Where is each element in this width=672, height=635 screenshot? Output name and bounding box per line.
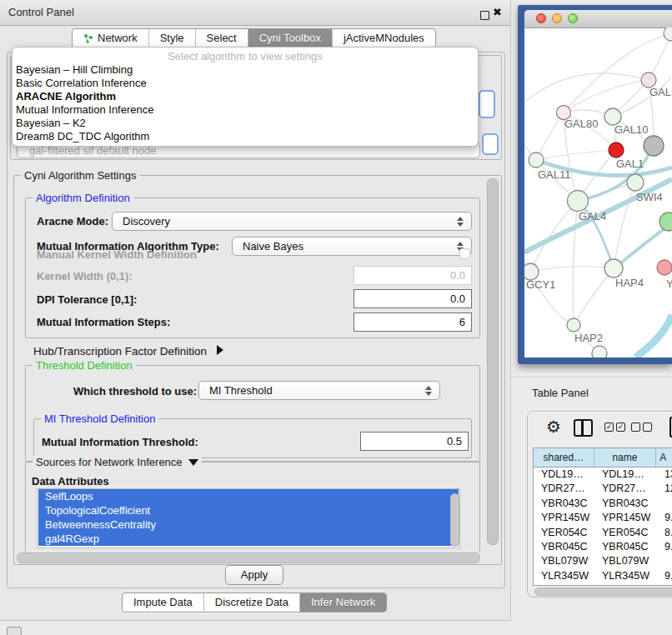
node-gal4[interactable] (568, 191, 589, 212)
node-label: GCY1 (526, 278, 555, 291)
table-cell[interactable]: 9. (657, 511, 672, 525)
which-threshold-combo[interactable]: MI Threshold (198, 381, 440, 400)
table-cell[interactable]: 12 (657, 482, 672, 496)
table-row[interactable]: YIL052CYIL052C9. (534, 583, 672, 586)
column-header-clipped[interactable]: A (656, 448, 672, 467)
table-cell[interactable]: YPR145W (534, 511, 594, 525)
table-cell[interactable]: YIL052C (594, 583, 657, 586)
node-swi4[interactable] (627, 174, 644, 191)
table-row[interactable]: YPR145WYPR145W9. (534, 511, 672, 525)
table-horizontal-scrollbar[interactable] (534, 588, 672, 596)
manual-kernel-checkbox[interactable] (459, 248, 470, 259)
mi-steps-input[interactable]: 6 (354, 312, 472, 332)
table-cell[interactable]: YDR27… (534, 482, 594, 496)
deselect-all-columns-icon[interactable] (631, 422, 652, 432)
attribute-item-selected[interactable]: SelfLoops (38, 489, 459, 503)
algorithm-option[interactable]: ARACNE Algorithm (15, 90, 475, 103)
table-cell[interactable]: YDR27… (594, 482, 657, 496)
attribute-item-selected[interactable]: gal4RGexp (38, 532, 459, 546)
table-cell[interactable]: YER054C (594, 526, 657, 540)
table-cell[interactable]: YLR345W (534, 569, 594, 583)
table-cell[interactable]: YLR345W (594, 569, 657, 583)
algorithm-option[interactable]: Bayesian – K2 (15, 117, 475, 130)
tab-network[interactable]: Network (73, 29, 148, 48)
table-cell[interactable]: 9. (657, 540, 672, 554)
aracne-mode-combo[interactable]: Discovery (112, 212, 472, 231)
table-cell[interactable]: YBR045C (594, 540, 657, 554)
settings-horizontal-scrollbar[interactable] (17, 552, 480, 563)
table-cell[interactable]: 13 (657, 468, 672, 482)
algorithm-option[interactable]: Bayesian – Hill Climbing (15, 63, 475, 77)
tab-jactivemnodules[interactable]: jActiveMNodules (332, 29, 435, 48)
attribute-list-scrollbar[interactable] (450, 493, 459, 547)
data-attributes-list[interactable]: SelfLoopsTopologicalCoefficientBetweenne… (37, 488, 460, 548)
table-row[interactable]: YBR043CYBR043C (534, 497, 672, 511)
zoom-traffic-light-icon[interactable] (568, 13, 578, 23)
algorithm-option[interactable]: Mutual Information Inference (15, 103, 475, 117)
node-hap2[interactable] (567, 318, 580, 332)
mi-threshold-label: Mutual Information Threshold: (42, 436, 198, 448)
tab-select[interactable]: Select (195, 29, 248, 48)
mi-threshold-input[interactable]: 0.5 (360, 432, 469, 451)
table-cell[interactable]: YPR145W (594, 511, 657, 525)
table-cell[interactable]: YIL052C (534, 583, 594, 586)
node-green[interactable] (659, 212, 672, 231)
table-cell[interactable]: YBL079W (534, 554, 594, 568)
table-cell[interactable]: YBR043C (534, 497, 594, 511)
table-row[interactable]: YLR345WYLR345W9. (534, 569, 672, 583)
node[interactable] (664, 28, 672, 41)
tab-style[interactable]: Style (148, 29, 195, 48)
node-gal1-selected[interactable] (609, 142, 624, 158)
kernel-width-input[interactable]: 0.0 (354, 266, 472, 285)
collapse-arrow-icon[interactable] (188, 459, 198, 466)
algorithm-option[interactable]: Basic Correlation Inference (15, 77, 475, 90)
table-cell[interactable]: YBR043C (594, 497, 657, 511)
apply-button[interactable]: Apply (225, 565, 283, 585)
mi-type-combo[interactable]: Naive Bayes (232, 237, 472, 256)
attribute-item-selected[interactable]: TopologicalCoefficient (38, 503, 459, 518)
tab-infer-network[interactable]: Infer Network (299, 593, 386, 612)
hub-definition-expander[interactable]: Hub/Transcription Factor Definition (33, 345, 223, 358)
table-cell[interactable]: YDL19… (534, 468, 594, 482)
settings-vertical-scrollbar[interactable] (487, 178, 499, 545)
network-window-titlebar[interactable] (524, 10, 672, 28)
table-cell[interactable]: YER054C (534, 526, 594, 540)
table-cell[interactable]: 9. (657, 569, 672, 583)
attribute-item-selected[interactable]: BetweennessCentrality (38, 518, 459, 532)
table-row[interactable]: YER054CYER054C8. (534, 526, 672, 540)
network-view-window: GAL80 GAL10 GAL1 GAL11 SWI4 GAL4 GCY1 HA… (524, 10, 672, 358)
node-hap4[interactable] (604, 259, 623, 278)
column-header-name[interactable]: name (594, 448, 657, 467)
table-row[interactable]: YDL19…YDL19…13 (534, 468, 672, 482)
tab-impute-data[interactable]: Impute Data (123, 593, 203, 612)
network-canvas[interactable]: GAL80 GAL10 GAL1 GAL11 SWI4 GAL4 GCY1 HA… (524, 28, 672, 358)
split-columns-icon[interactable] (574, 419, 593, 437)
tab-discretize-data[interactable]: Discretize Data (203, 593, 299, 612)
table-cell[interactable] (657, 554, 672, 568)
node-gray[interactable] (644, 136, 664, 156)
column-header-shared-name[interactable]: shared… (534, 448, 594, 467)
node-gal10[interactable] (604, 108, 621, 125)
table-row[interactable]: YBL079WYBL079W (534, 554, 672, 568)
minimize-traffic-light-icon[interactable] (552, 13, 562, 23)
node-gcy1[interactable] (524, 263, 539, 280)
table-row[interactable]: YBR045CYBR045C9. (534, 540, 672, 554)
algorithm-option[interactable]: Dream8 DC_TDC Algorithm (15, 130, 475, 143)
node[interactable] (592, 346, 607, 358)
close-traffic-light-icon[interactable] (536, 13, 546, 23)
tab-cyni-toolbox[interactable]: Cyni Toolbox (248, 29, 332, 48)
table-cell[interactable]: YDL19… (594, 468, 657, 482)
node-gal11[interactable] (529, 152, 544, 168)
table-cell[interactable]: 9. (657, 583, 672, 586)
dpi-tolerance-input[interactable]: 0.0 (354, 289, 472, 308)
close-icon[interactable]: ✖ (493, 6, 502, 19)
node-salmon[interactable] (657, 260, 672, 275)
table-cell[interactable]: 8. (657, 526, 672, 540)
table-cell[interactable] (657, 497, 672, 511)
table-cell[interactable]: YBR045C (534, 540, 594, 554)
float-window-icon[interactable] (480, 11, 489, 20)
gear-icon[interactable]: ⚙ (546, 415, 561, 438)
select-all-columns-icon[interactable]: ✓ ✓ (604, 422, 625, 432)
table-cell[interactable]: YBL079W (594, 554, 657, 568)
table-row[interactable]: YDR27…YDR27…12 (534, 482, 672, 496)
